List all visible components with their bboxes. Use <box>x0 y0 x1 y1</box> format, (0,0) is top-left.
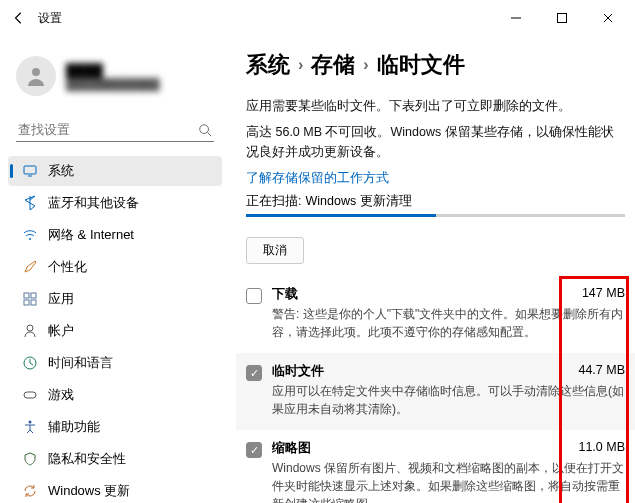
wifi-icon <box>22 227 38 243</box>
checkbox[interactable] <box>246 288 262 304</box>
svg-point-7 <box>29 238 31 240</box>
accessibility-icon <box>22 419 38 435</box>
sidebar-item-update[interactable]: Windows 更新 <box>8 476 222 503</box>
profile-email: ████████████ <box>66 78 160 90</box>
breadcrumb: 系统 › 存储 › 临时文件 <box>246 50 625 80</box>
svg-point-12 <box>27 325 33 331</box>
sidebar-item-system[interactable]: 系统 <box>8 156 222 186</box>
search-icon <box>198 123 212 137</box>
sidebar-item-label: 蓝牙和其他设备 <box>48 194 139 212</box>
scan-status: 正在扫描: Windows 更新清理 <box>246 193 625 210</box>
close-button[interactable] <box>585 2 631 34</box>
sidebar-item-label: 时间和语言 <box>48 354 113 372</box>
apps-icon <box>22 291 38 307</box>
profile[interactable]: ████ ████████████ <box>8 44 222 114</box>
svg-rect-11 <box>31 300 36 305</box>
avatar <box>16 56 56 96</box>
svg-rect-8 <box>24 293 29 298</box>
sidebar-item-label: 系统 <box>48 162 74 180</box>
minimize-button[interactable] <box>493 2 539 34</box>
window-title: 设置 <box>38 10 62 27</box>
svg-rect-1 <box>558 14 567 23</box>
sidebar-item-label: 辅助功能 <box>48 418 100 436</box>
sidebar-item-bluetooth[interactable]: 蓝牙和其他设备 <box>8 188 222 218</box>
clock-icon <box>22 355 38 371</box>
highlight-annotation <box>559 276 629 503</box>
breadcrumb-storage[interactable]: 存储 <box>311 50 355 80</box>
system-icon <box>22 163 38 179</box>
brush-icon <box>22 259 38 275</box>
page-desc-2: 高达 56.0 MB 不可回收。Windows 保留某些存储，以确保性能状况良好… <box>246 122 625 162</box>
svg-line-4 <box>208 132 212 136</box>
content-pane: 系统 › 存储 › 临时文件 应用需要某些临时文件。下表列出了可立即删除的文件。… <box>230 36 635 503</box>
sidebar-item-label: 应用 <box>48 290 74 308</box>
page-desc-1: 应用需要某些临时文件。下表列出了可立即删除的文件。 <box>246 96 625 116</box>
sidebar-item-network[interactable]: 网络 & Internet <box>8 220 222 250</box>
svg-rect-10 <box>24 300 29 305</box>
item-title: 缩略图 <box>272 440 311 457</box>
svg-point-3 <box>200 124 209 133</box>
search-input[interactable] <box>18 122 198 137</box>
sidebar: ████ ████████████ 系统蓝牙和其他设备网络 & Internet… <box>0 36 230 503</box>
sidebar-item-privacy[interactable]: 隐私和安全性 <box>8 444 222 474</box>
sidebar-item-gaming[interactable]: 游戏 <box>8 380 222 410</box>
profile-name: ████ <box>66 63 160 78</box>
sidebar-item-personalization[interactable]: 个性化 <box>8 252 222 282</box>
breadcrumb-system[interactable]: 系统 <box>246 50 290 80</box>
sidebar-item-label: 游戏 <box>48 386 74 404</box>
sidebar-item-time[interactable]: 时间和语言 <box>8 348 222 378</box>
gamepad-icon <box>22 387 38 403</box>
item-title: 下载 <box>272 286 298 303</box>
item-title: 临时文件 <box>272 363 324 380</box>
sidebar-item-label: 帐户 <box>48 322 74 340</box>
bluetooth-icon <box>22 195 38 211</box>
chevron-right-icon: › <box>363 56 368 74</box>
back-button[interactable] <box>12 11 26 25</box>
sidebar-item-label: 网络 & Internet <box>48 226 134 244</box>
sidebar-item-label: 隐私和安全性 <box>48 450 126 468</box>
sidebar-item-accessibility[interactable]: 辅助功能 <box>8 412 222 442</box>
sidebar-item-label: Windows 更新 <box>48 482 130 500</box>
sidebar-item-accounts[interactable]: 帐户 <box>8 316 222 346</box>
breadcrumb-temp: 临时文件 <box>377 50 465 80</box>
svg-rect-9 <box>31 293 36 298</box>
update-icon <box>22 483 38 499</box>
checkbox[interactable] <box>246 365 262 381</box>
person-icon <box>22 323 38 339</box>
svg-point-15 <box>29 421 32 424</box>
svg-rect-14 <box>24 392 36 398</box>
svg-point-2 <box>32 68 40 76</box>
sidebar-item-apps[interactable]: 应用 <box>8 284 222 314</box>
shield-icon <box>22 451 38 467</box>
cancel-button[interactable]: 取消 <box>246 237 304 264</box>
maximize-button[interactable] <box>539 2 585 34</box>
checkbox[interactable] <box>246 442 262 458</box>
sidebar-item-label: 个性化 <box>48 258 87 276</box>
learn-more-link[interactable]: 了解存储保留的工作方式 <box>246 170 625 187</box>
svg-rect-5 <box>24 166 36 174</box>
scan-progress <box>246 214 625 217</box>
search-box[interactable] <box>16 118 214 142</box>
chevron-right-icon: › <box>298 56 303 74</box>
